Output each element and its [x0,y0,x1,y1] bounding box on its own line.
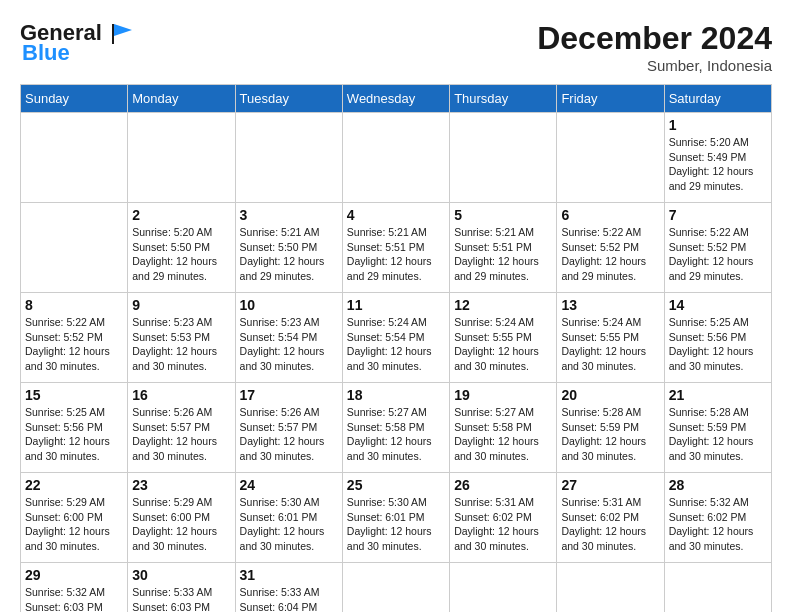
page-header: General Blue December 2024 Sumber, Indon… [20,20,772,74]
table-row: 26 Sunrise: 5:31 AMSunset: 6:02 PMDaylig… [450,473,557,563]
table-row: 12 Sunrise: 5:24 AMSunset: 5:55 PMDaylig… [450,293,557,383]
table-row: 5 Sunrise: 5:21 AMSunset: 5:51 PMDayligh… [450,203,557,293]
table-row: 18 Sunrise: 5:27 AMSunset: 5:58 PMDaylig… [342,383,449,473]
location-subtitle: Sumber, Indonesia [537,57,772,74]
table-row: 21 Sunrise: 5:28 AMSunset: 5:59 PMDaylig… [664,383,771,473]
table-row [450,113,557,203]
table-row [557,113,664,203]
col-sunday: Sunday [21,85,128,113]
table-row: 29 Sunrise: 5:32 AMSunset: 6:03 PMDaylig… [21,563,128,613]
col-thursday: Thursday [450,85,557,113]
logo: General Blue [20,20,134,66]
table-row: 15 Sunrise: 5:25 AMSunset: 5:56 PMDaylig… [21,383,128,473]
table-row: 6 Sunrise: 5:22 AMSunset: 5:52 PMDayligh… [557,203,664,293]
table-row [128,113,235,203]
table-row: 23 Sunrise: 5:29 AMSunset: 6:00 PMDaylig… [128,473,235,563]
table-row [450,563,557,613]
table-row: 19 Sunrise: 5:27 AMSunset: 5:58 PMDaylig… [450,383,557,473]
table-row [342,113,449,203]
table-row: 24 Sunrise: 5:30 AMSunset: 6:01 PMDaylig… [235,473,342,563]
col-wednesday: Wednesday [342,85,449,113]
table-row [21,113,128,203]
table-row: 10 Sunrise: 5:23 AMSunset: 5:54 PMDaylig… [235,293,342,383]
table-row: 20 Sunrise: 5:28 AMSunset: 5:59 PMDaylig… [557,383,664,473]
col-monday: Monday [128,85,235,113]
calendar-header-row: Sunday Monday Tuesday Wednesday Thursday… [21,85,772,113]
table-row [342,563,449,613]
table-row: 30 Sunrise: 5:33 AMSunset: 6:03 PMDaylig… [128,563,235,613]
table-row: 3 Sunrise: 5:21 AMSunset: 5:50 PMDayligh… [235,203,342,293]
table-row [235,113,342,203]
svg-marker-0 [114,24,132,36]
month-year-title: December 2024 [537,20,772,57]
table-row: 4 Sunrise: 5:21 AMSunset: 5:51 PMDayligh… [342,203,449,293]
table-row: 13 Sunrise: 5:24 AMSunset: 5:55 PMDaylig… [557,293,664,383]
table-row: 2 Sunrise: 5:20 AMSunset: 5:50 PMDayligh… [128,203,235,293]
table-row: 1 Sunrise: 5:20 AMSunset: 5:49 PMDayligh… [664,113,771,203]
logo-blue: Blue [22,40,70,66]
table-row: 17 Sunrise: 5:26 AMSunset: 5:57 PMDaylig… [235,383,342,473]
table-row [557,563,664,613]
table-row: 25 Sunrise: 5:30 AMSunset: 6:01 PMDaylig… [342,473,449,563]
col-friday: Friday [557,85,664,113]
table-row: 7 Sunrise: 5:22 AMSunset: 5:52 PMDayligh… [664,203,771,293]
table-row: 14 Sunrise: 5:25 AMSunset: 5:56 PMDaylig… [664,293,771,383]
col-saturday: Saturday [664,85,771,113]
logo-flag-icon [104,22,134,44]
svg-rect-1 [112,24,114,44]
table-row: 8 Sunrise: 5:22 AMSunset: 5:52 PMDayligh… [21,293,128,383]
table-row: 27 Sunrise: 5:31 AMSunset: 6:02 PMDaylig… [557,473,664,563]
col-tuesday: Tuesday [235,85,342,113]
table-row: 31 Sunrise: 5:33 AMSunset: 6:04 PMDaylig… [235,563,342,613]
table-row: 16 Sunrise: 5:26 AMSunset: 5:57 PMDaylig… [128,383,235,473]
calendar-table: Sunday Monday Tuesday Wednesday Thursday… [20,84,772,612]
table-row [21,203,128,293]
table-row: 28 Sunrise: 5:32 AMSunset: 6:02 PMDaylig… [664,473,771,563]
table-row [664,563,771,613]
table-row: 11 Sunrise: 5:24 AMSunset: 5:54 PMDaylig… [342,293,449,383]
table-row: 9 Sunrise: 5:23 AMSunset: 5:53 PMDayligh… [128,293,235,383]
table-row: 22 Sunrise: 5:29 AMSunset: 6:00 PMDaylig… [21,473,128,563]
title-section: December 2024 Sumber, Indonesia [537,20,772,74]
